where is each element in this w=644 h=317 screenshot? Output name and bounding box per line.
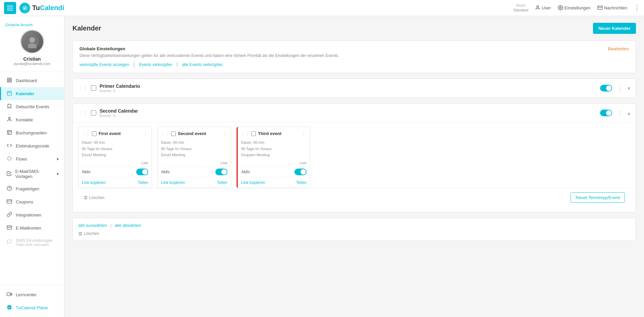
verknüpfte-events-link[interactable]: verknüpfte Events anzeigen <box>79 62 129 67</box>
svg-marker-22 <box>10 293 12 296</box>
event-third-checkbox[interactable] <box>251 131 256 136</box>
event-first-teilen[interactable]: Teilen <box>138 180 148 185</box>
logo-icon <box>19 3 30 13</box>
sidebar-item-tucalendi-plaene[interactable]: TuCalendi Pläne <box>0 301 64 314</box>
event-third-toggle[interactable] <box>294 169 307 175</box>
sidebar-item-flows[interactable]: Flows ▾ <box>0 152 64 166</box>
calendar-drag-handle[interactable]: ⋮⋮ <box>78 85 88 91</box>
bottom-actions: alle auswählen | alle abwählen Löschen <box>72 218 636 241</box>
event-third-link-kopieren[interactable]: Link kopieren <box>241 180 265 185</box>
sidebar-item-dashboard[interactable]: Dashboard <box>0 74 64 87</box>
calendar-second-checkbox[interactable] <box>91 110 96 116</box>
event-first-live-row: Live <box>78 161 152 166</box>
sidebar-item-coupons[interactable]: Coupons <box>0 195 64 208</box>
sidebar-item-fragebögen-label: Fragebögen <box>16 186 39 191</box>
user-icon <box>6 117 12 123</box>
calendar-section-primer: ⋮⋮ Primer Calendario Events: 3 ⋮ ▾ <box>72 78 636 98</box>
event-third-advance: 90 Tage im Voraus <box>241 146 307 152</box>
user-name: Cristian <box>23 56 41 62</box>
sidebar-item-sms-label: SMS Einstellungen <box>16 238 53 243</box>
hamburger-button[interactable] <box>4 2 16 14</box>
event-second-link-kopieren[interactable]: Link kopieren <box>161 180 185 185</box>
event-third-kebab[interactable]: ⋮ <box>301 130 307 137</box>
svg-point-24 <box>7 305 11 309</box>
bottom-trash-icon <box>78 232 83 236</box>
svg-rect-9 <box>7 80 9 82</box>
event-second-toggle[interactable] <box>215 169 227 175</box>
event-second-teilen[interactable]: Teilen <box>217 180 227 185</box>
event-second-live-row: Live <box>158 161 231 166</box>
calendar-primer-kebab[interactable]: ⋮ <box>615 84 624 92</box>
event-third-aktiv-row: Aktiv <box>238 166 310 177</box>
event-third-teilen[interactable]: Teilen <box>296 180 307 185</box>
page-icon <box>6 130 12 136</box>
messages-nav-item[interactable]: Nachrichten <box>597 5 627 10</box>
alle-abwählen-link[interactable]: alle abwählen <box>115 223 142 228</box>
bearbeiten-link[interactable]: Bearbeiten <box>608 46 629 51</box>
event-second-checkbox[interactable] <box>171 131 176 136</box>
event-first-drag[interactable]: ⋮⋮ <box>82 131 90 136</box>
app-body: Einfache Ansicht Cristian ayuda@tucalend… <box>0 16 644 317</box>
sidebar-item-gebuchte-events[interactable]: Gebuchte Events <box>0 100 64 113</box>
more-button[interactable]: ⋮ <box>634 4 640 11</box>
event-first-checkbox[interactable] <box>92 131 97 136</box>
calendar-primer-toggle[interactable] <box>600 85 612 91</box>
sidebar-item-lerncenter[interactable]: Lerncenter <box>0 288 64 301</box>
sidebar-item-kalender[interactable]: Kalender <box>0 87 64 100</box>
sidebar-item-integrationen-label: Integrationen <box>16 212 41 217</box>
event-first-duration: Dauer: 60 min <box>82 139 148 146</box>
event-second-drag[interactable]: ⋮⋮ <box>161 131 169 136</box>
svg-rect-10 <box>7 91 11 96</box>
bottom-loeschen-button[interactable]: Löschen <box>78 231 99 236</box>
settings-label: Einstellungen <box>565 5 591 10</box>
calendar-primer-name-block: Primer Calendario Events: 3 <box>100 83 597 93</box>
event-first-kebab[interactable]: ⋮ <box>143 130 148 137</box>
calendar-loeschen-button[interactable]: Löschen <box>84 195 104 200</box>
toggle-thumb <box>606 85 611 91</box>
calendar-second-toggle[interactable] <box>600 110 612 116</box>
event-second-toggle-track <box>215 169 227 175</box>
calendar-primer-events-count: Events: 3 <box>100 89 597 93</box>
alle-events-verknüpfen-link[interactable]: alle Events verknüpfen <box>182 62 223 67</box>
event-second-kebab[interactable]: ⋮ <box>222 130 227 137</box>
event-first-header: ⋮⋮ First event ⋮ <box>78 127 152 138</box>
calendar-second-kebab[interactable]: ⋮ <box>615 109 624 117</box>
sidebar-item-e-mailkonten[interactable]: E-Mailkonten <box>0 221 64 235</box>
event-first-footer: Link kopieren Teilen <box>78 177 152 188</box>
event-second-toggle-thumb <box>221 169 227 175</box>
sidebar-item-coupons-label: Coupons <box>16 199 33 204</box>
calendar-primer-chevron[interactable]: ▾ <box>628 85 630 91</box>
calendar-loeschen-label: Löschen <box>89 195 104 200</box>
sidebar-item-kontakte[interactable]: Kontakte <box>0 113 64 126</box>
nav-right: Modul Standard User Einstellungen Nachri… <box>513 3 640 12</box>
sidebar-item-einbindungscode[interactable]: Einbindungscode <box>0 139 64 152</box>
sms-subtitle: Twilio nicht verbunden <box>16 243 53 247</box>
event-first-link-kopieren[interactable]: Link kopieren <box>82 180 106 185</box>
toggle-thumb-2 <box>606 110 611 116</box>
sidebar-item-kalender-label: Kalender <box>16 91 35 96</box>
sidebar-navigation: Dashboard Kalender Gebuc <box>0 71 64 285</box>
event-first-toggle[interactable] <box>136 169 148 175</box>
calendar-second-chevron[interactable]: ▴ <box>628 110 630 116</box>
sidebar-item-email-sms-vorlagen[interactable]: E-Mail/SMS-Vorlagen ▾ <box>0 166 64 182</box>
svg-rect-7 <box>10 78 11 80</box>
events-verknüpfen-link[interactable]: Events verknüpfen <box>139 62 172 67</box>
grid-icon <box>6 77 12 84</box>
sidebar-item-lerncenter-label: Lerncenter <box>16 292 37 297</box>
neuer-termintyp-button[interactable]: Neuer Termintyp/Event <box>571 192 625 203</box>
svg-rect-23 <box>7 293 10 296</box>
user-label: User <box>542 5 551 10</box>
event-third-drag[interactable]: ⋮⋮ <box>241 131 249 136</box>
calendar-primer-checkbox[interactable] <box>91 85 96 91</box>
sidebar-item-fragebögen[interactable]: Fragebögen <box>0 182 64 195</box>
avatar <box>20 29 44 54</box>
logo: TuCalendi <box>19 3 64 13</box>
sidebar-item-integrationen[interactable]: Integrationen <box>0 208 64 221</box>
new-calendar-button[interactable]: Neuer Kalender <box>593 23 636 34</box>
calendar-second-drag-handle[interactable]: ⋮⋮ <box>78 110 88 116</box>
settings-nav-item[interactable]: Einstellungen <box>558 5 591 10</box>
user-nav-item[interactable]: User <box>535 5 551 10</box>
sidebar-item-buchungsseiten[interactable]: Buchungsseiten <box>0 126 64 139</box>
sms-item-content: SMS Einstellungen Twilio nicht verbunden <box>16 238 53 247</box>
alle-auswählen-link[interactable]: alle auswählen <box>78 223 107 228</box>
